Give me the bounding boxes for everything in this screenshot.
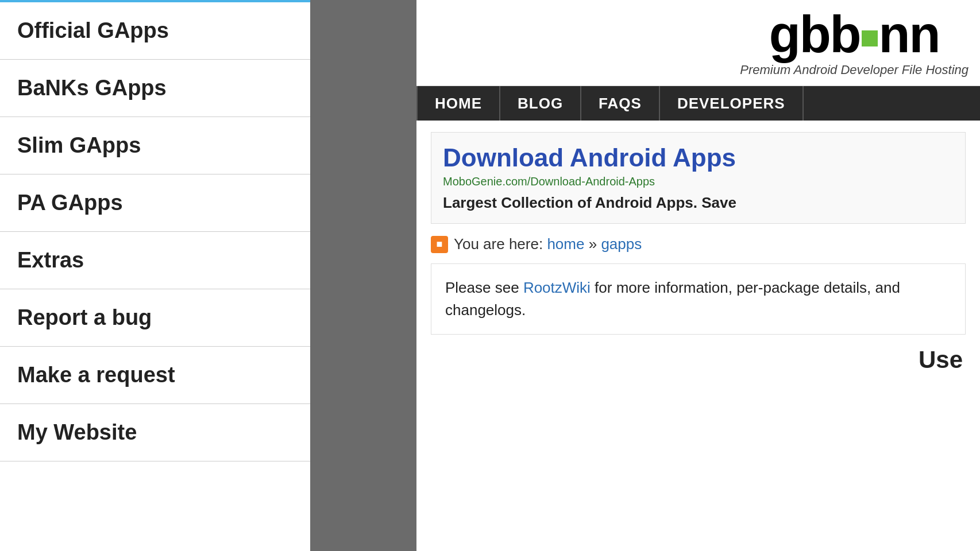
header: gbbnn Premium Android Developer File Hos… [416,0,980,86]
sidebar-divider [310,0,416,551]
nav-faqs[interactable]: FAQS [581,86,660,121]
sidebar-item-pa-gapps[interactable]: PA GApps [0,174,310,232]
logo-dot [862,30,878,46]
ad-url: MoboGenie.com/Download-Android-Apps [443,175,954,188]
navbar: HOME BLOG FAQS DEVELOPERS [416,86,980,121]
nav-developers[interactable]: DEVELOPERS [660,86,804,121]
rss-icon: ■ [431,236,448,253]
sidebar-item-extras[interactable]: Extras [0,232,310,289]
breadcrumb-prefix: You are here: [454,235,543,253]
breadcrumb-current-link[interactable]: gapps [601,235,642,253]
info-text-before: Please see [445,279,523,296]
ad-title: Download Android Apps [443,144,954,172]
sidebar-item-banks-gapps[interactable]: BaNKs GApps [0,60,310,117]
sidebar-item-my-website[interactable]: My Website [0,404,310,461]
logo-tagline: Premium Android Developer File Hosting [740,63,969,77]
sidebar-item-report-a-bug[interactable]: Report a bug [0,289,310,347]
main-content: gbbnn Premium Android Developer File Hos… [416,0,980,551]
use-heading: Use [431,346,966,374]
sidebar-item-make-a-request[interactable]: Make a request [0,347,310,404]
content-area: Download Android Apps MoboGenie.com/Down… [416,121,980,551]
sidebar: Official GApps BaNKs GApps Slim GApps PA… [0,0,310,551]
rootzwiki-link[interactable]: RootzWiki [523,279,591,296]
breadcrumb: ■ You are here: home » gapps [431,235,966,253]
sidebar-item-official-gapps[interactable]: Official GApps [0,2,310,60]
breadcrumb-separator: » [589,235,597,253]
logo-part-1: gbb [769,6,861,63]
nav-home[interactable]: HOME [416,86,500,121]
ad-block[interactable]: Download Android Apps MoboGenie.com/Down… [431,132,966,224]
breadcrumb-home-link[interactable]: home [547,235,584,253]
ad-description: Largest Collection of Android Apps. Save [443,194,954,212]
logo-area: gbbnn Premium Android Developer File Hos… [740,9,969,77]
sidebar-item-slim-gapps[interactable]: Slim GApps [0,117,310,174]
logo-text: gbbnn [740,9,969,60]
nav-blog[interactable]: BLOG [500,86,581,121]
logo-part-2: nn [879,6,940,63]
info-block: Please see RootzWiki for more informatio… [431,263,966,335]
